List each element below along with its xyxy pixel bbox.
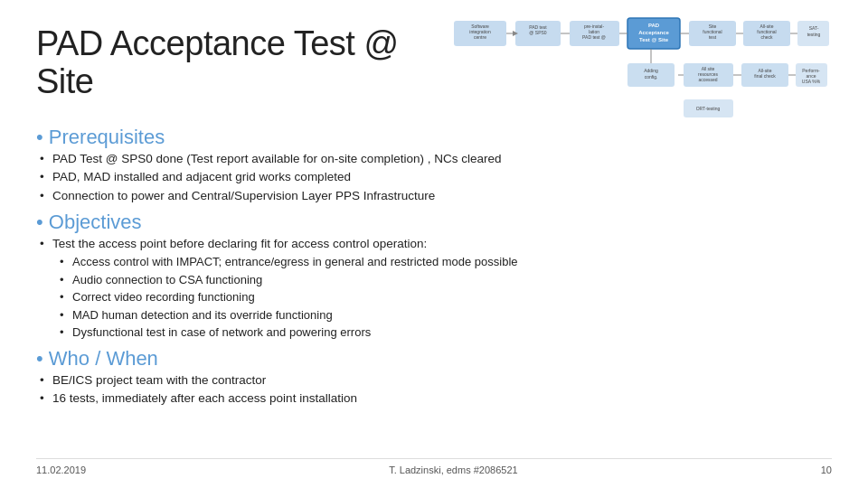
svg-text:test: test: [709, 34, 717, 40]
obj-sub-4: MAD human detection and its override fun…: [52, 306, 832, 324]
diagram-svg: Software integration centre PAD test @ S…: [452, 16, 832, 120]
objectives-intro-list: Test the access point before declaring f…: [36, 235, 832, 342]
content-area: • Prerequisites PAD Test @ SPS0 done (Te…: [36, 126, 832, 408]
slide-title: PAD Acceptance Test @ Site: [36, 25, 452, 101]
prereq-item-1: PAD Test @ SPS0 done (Test report availa…: [36, 150, 832, 168]
whowhen-item-1: BE/ICS project team with the contractor: [36, 371, 832, 389]
whowhen-header: • Who / When: [36, 347, 832, 371]
svg-text:final check: final check: [754, 73, 776, 79]
svg-text:config.: config.: [645, 74, 658, 80]
svg-text:Acceptance: Acceptance: [638, 30, 669, 35]
footer-date: 11.02.2019: [36, 465, 86, 475]
svg-text:testing: testing: [807, 32, 821, 37]
header-area: PAD Acceptance Test @ Site Software inte…: [36, 25, 832, 120]
svg-text:ORT-testing: ORT-testing: [696, 106, 721, 111]
footer-author: T. Ladzinski, edms #2086521: [389, 465, 517, 475]
prereq-item-2: PAD, MAD installed and adjacent grid wor…: [36, 168, 832, 186]
svg-text:USA %%: USA %%: [802, 79, 821, 84]
prerequisites-header: • Prerequisites: [36, 126, 832, 149]
svg-text:SAT-: SAT-: [809, 25, 819, 31]
svg-text:PAD test @: PAD test @: [582, 34, 606, 40]
obj-sub-5: Dysfunctional test in case of network an…: [52, 324, 832, 342]
svg-text:check: check: [760, 34, 773, 40]
slide: PAD Acceptance Test @ Site Software inte…: [0, 0, 868, 488]
objectives-intro: Test the access point before declaring f…: [36, 235, 832, 342]
obj-sub-2: Audio connection to CSA functioning: [52, 271, 832, 289]
svg-text:accessed: accessed: [698, 77, 717, 82]
whowhen-list: BE/ICS project team with the contractor …: [36, 371, 832, 408]
svg-text:PAD: PAD: [648, 23, 660, 28]
objectives-header: • Objectives: [36, 211, 832, 234]
svg-text:Adding: Adding: [644, 68, 658, 73]
prerequisites-list: PAD Test @ SPS0 done (Test report availa…: [36, 150, 832, 205]
svg-text:@ SPS0: @ SPS0: [529, 30, 546, 35]
whowhen-item-2: 16 tests, immediately after each access …: [36, 389, 832, 408]
footer: 11.02.2019 T. Ladzinski, edms #2086521 1…: [36, 458, 832, 475]
svg-text:centre: centre: [474, 34, 486, 40]
svg-text:Test @ Site: Test @ Site: [639, 37, 669, 42]
whowhen-section: • Who / When BE/ICS project team with th…: [36, 347, 832, 408]
objectives-subbullets: Access control with IMPACT; entrance/egr…: [52, 253, 832, 342]
obj-sub-3: Correct video recording functioning: [52, 288, 832, 306]
prereq-item-3: Connection to power and Central/Supervis…: [36, 187, 832, 205]
obj-sub-1: Access control with IMPACT; entrance/egr…: [52, 253, 832, 271]
footer-page: 10: [821, 465, 832, 475]
prerequisites-section: • Prerequisites PAD Test @ SPS0 done (Te…: [36, 126, 832, 205]
diagram-area: Software integration centre PAD test @ S…: [452, 16, 832, 120]
objectives-section: • Objectives Test the access point befor…: [36, 211, 832, 342]
